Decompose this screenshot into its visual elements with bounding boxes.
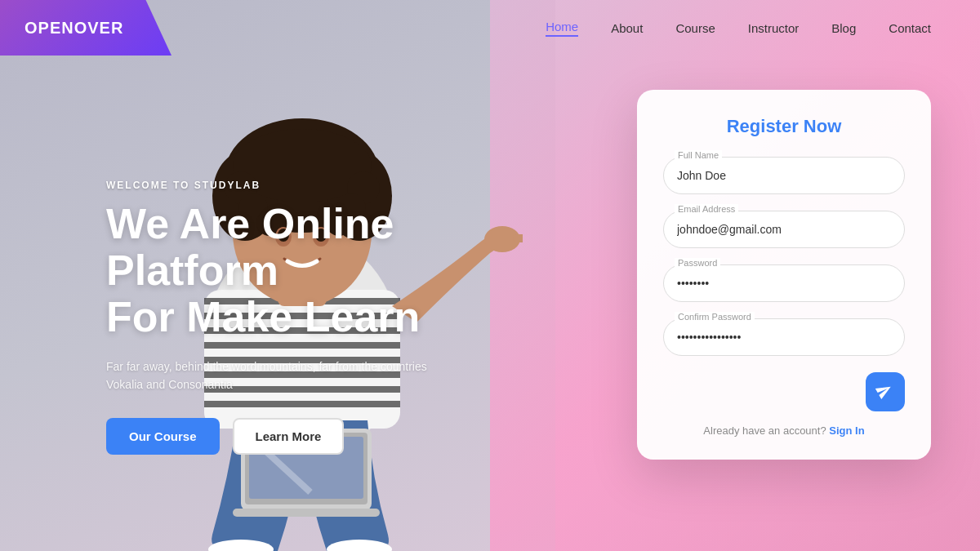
nav-contact[interactable]: Contact: [889, 21, 931, 35]
full-name-label: Full Name: [675, 150, 722, 160]
register-card: Register Now Full Name Email Address Pas…: [637, 90, 931, 460]
nav-home[interactable]: Home: [546, 20, 578, 37]
hero-title-line1: We Are Online Platform: [106, 200, 394, 294]
logo-text: OPENOVER: [24, 19, 123, 38]
welcome-text: WELCOME TO STUDYLAB: [106, 180, 547, 191]
hero-description: Far far away, behind the word mountains,…: [106, 358, 449, 394]
nav-course[interactable]: Course: [675, 21, 715, 35]
full-name-group: Full Name: [663, 157, 905, 194]
navbar: OPENOVER Home About Course Instructor Bl…: [0, 0, 980, 56]
signin-prompt-text: Already have an account?: [703, 424, 826, 437]
password-label: Password: [675, 258, 720, 268]
learn-more-button[interactable]: Learn More: [233, 418, 345, 455]
hero-buttons: Our Course Learn More: [106, 418, 547, 455]
signin-prompt: Already have an account? Sign In: [663, 424, 905, 437]
register-title: Register Now: [663, 116, 905, 137]
nav-links: Home About Course Instructor Blog Contac…: [546, 20, 931, 37]
hero-content: WELCOME TO STUDYLAB We Are Online Platfo…: [106, 180, 547, 455]
submit-button[interactable]: [866, 372, 905, 411]
confirm-password-group: Confirm Password: [663, 318, 905, 356]
password-input[interactable]: [663, 264, 905, 302]
hero-section: OPENOVER Home About Course Instructor Bl…: [0, 0, 980, 551]
submit-row: [663, 372, 905, 411]
hero-title: We Are Online Platform For Make Learn: [106, 201, 547, 341]
confirm-password-label: Confirm Password: [675, 312, 755, 322]
send-icon: [873, 379, 898, 405]
confirm-password-input[interactable]: [663, 318, 905, 356]
svg-rect-32: [233, 509, 380, 517]
logo: OPENOVER: [0, 0, 172, 56]
password-group: Password: [663, 264, 905, 302]
signin-link[interactable]: Sign In: [829, 424, 864, 437]
nav-blog[interactable]: Blog: [831, 21, 856, 35]
nav-instructor[interactable]: Instructor: [748, 21, 800, 35]
nav-about[interactable]: About: [611, 21, 643, 35]
email-input[interactable]: [663, 211, 905, 248]
hero-title-line2: For Make Learn: [106, 293, 420, 340]
email-label: Email Address: [675, 204, 738, 214]
our-course-button[interactable]: Our Course: [106, 418, 220, 455]
full-name-input[interactable]: [663, 157, 905, 194]
email-group: Email Address: [663, 211, 905, 248]
